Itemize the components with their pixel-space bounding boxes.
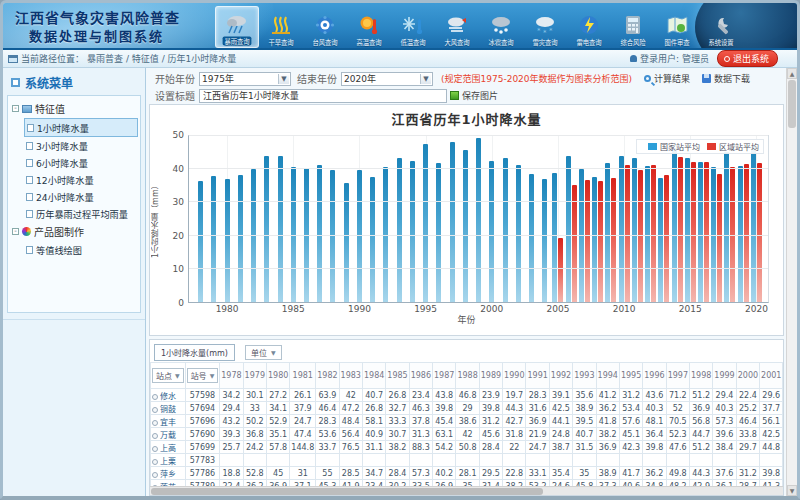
value-cell: 23.4 [409, 389, 432, 402]
lightning-icon [576, 13, 602, 37]
tree-item-12小时降水量[interactable]: 12小时降水量 [24, 171, 138, 188]
year-slot-2015: 2015 [684, 136, 697, 302]
value-cell [689, 454, 712, 467]
x-tick-label: 2005 [546, 304, 569, 314]
hscroll-thumb[interactable] [151, 488, 543, 495]
toolbar-item-high-temp[interactable]: 高温查询 [347, 6, 391, 48]
scroll-down-arrow[interactable]: ▼ [787, 485, 797, 496]
toolbar-item-snow[interactable]: ***雪灾查询 [523, 6, 567, 48]
folder-icon [22, 105, 32, 113]
toolbar-item-hail[interactable]: 冰雹查询 [479, 6, 523, 48]
end-year-select[interactable]: 2020年▼ [341, 72, 433, 86]
value-cell: 30.1 [243, 389, 266, 402]
bar-national-1997 [450, 142, 455, 302]
toolbar-item-settings[interactable]: 系统设置 [699, 6, 743, 48]
value-cell: 33 [243, 402, 266, 415]
toolbar-item-label: 雷电查询 [576, 38, 601, 47]
toolbar-item-low-temp[interactable]: 低温查询 [391, 6, 435, 48]
vscroll-thumb[interactable] [788, 80, 796, 128]
value-cell: 45.1 [619, 428, 642, 441]
toolbar-item-lightning[interactable]: 雷电查询 [567, 6, 611, 48]
value-cell: 37.7 [760, 402, 783, 415]
row-select-radio[interactable] [152, 472, 158, 478]
toolbar-item-wind[interactable]: 大风查询 [435, 6, 479, 48]
collapse-icon[interactable]: - [12, 228, 19, 235]
start-year-select[interactable]: 1975年▼ [199, 72, 291, 86]
tree-item-历年暴雨过程平均雨量[interactable]: 历年暴雨过程平均雨量 [24, 205, 138, 222]
station-id-column-filter[interactable]: 站号▼ [187, 368, 219, 383]
value-cell: 35 [573, 467, 596, 480]
year-slot-2006 [565, 136, 578, 302]
sidebar-title: 系统菜单 [3, 68, 145, 95]
bar-national-1996 [436, 163, 441, 302]
bar-national-2016 [698, 162, 703, 302]
tree-item-24小时降水量[interactable]: 24小时降水量 [24, 188, 138, 205]
row-select-radio[interactable] [152, 459, 158, 465]
toolbar-item-map-review[interactable]: 图件审查 [655, 6, 699, 48]
horizontal-scrollbar[interactable] [150, 486, 783, 495]
end-year-label: 结束年份 [297, 71, 337, 86]
bar-national-1988 [330, 170, 335, 302]
x-tick-label: 1985 [282, 304, 305, 314]
value-cell: 36.2 [596, 402, 619, 415]
year-slot-2018 [723, 136, 736, 302]
y-tick-label: 30 [173, 197, 184, 207]
toolbar-item-rainstorm[interactable]: 暴雨查询 [215, 6, 259, 48]
gridline [189, 235, 768, 236]
tree-group-1[interactable]: -产品图制作 [10, 222, 138, 241]
toolbar-item-label: 高温查询 [356, 38, 381, 47]
value-cell: 29.6 [760, 389, 783, 402]
row-select-radio[interactable] [152, 420, 158, 426]
logout-button[interactable]: 退出系统 [717, 50, 778, 67]
bar-regional-2015 [691, 162, 696, 302]
value-cell: 18.8 [220, 467, 243, 480]
value-cell [339, 454, 362, 467]
collapse-icon[interactable]: - [12, 105, 19, 112]
snow-icon: *** [532, 13, 558, 37]
row-select-radio[interactable] [152, 407, 158, 413]
page-icon [26, 142, 33, 150]
value-cell: 56.1 [760, 415, 783, 428]
tree-item-3小时降水量[interactable]: 3小时降水量 [24, 137, 138, 154]
value-cell: 45.6 [479, 428, 502, 441]
value-cell [573, 454, 596, 467]
year-slot-1988 [326, 136, 339, 302]
save-image-button[interactable]: 保存图片 [462, 89, 498, 102]
value-cell: 31.6 [526, 402, 549, 415]
tree-item-6小时降水量[interactable]: 6小时降水量 [24, 154, 138, 171]
toolbar-item-typhoon[interactable]: 台风查询 [303, 6, 347, 48]
value-cell: 54.2 [433, 441, 456, 454]
value-cell [220, 454, 243, 467]
bar-national-1984 [278, 156, 283, 302]
scroll-up-arrow[interactable]: ▲ [787, 68, 797, 79]
unit-tab[interactable]: 1小时降水量(mm) [154, 344, 235, 361]
row-select-radio[interactable] [152, 433, 158, 439]
tree-item-等值线绘图[interactable]: 等值线绘图 [24, 241, 138, 258]
station-id: 57699 [185, 441, 220, 454]
power-icon [724, 56, 730, 62]
toolbar-item-drought[interactable]: 干旱查询 [259, 6, 303, 48]
toolbar-item-risk-calc[interactable]: 综合风险 [611, 6, 655, 48]
row-select-radio[interactable] [152, 446, 158, 452]
year-column-header: 1981 [290, 363, 316, 389]
value-cell: 31.8 [503, 428, 526, 441]
tree-group-0[interactable]: -特征值 [10, 99, 138, 118]
value-cell: 44.1 [549, 415, 572, 428]
station-name: 万载 [160, 431, 176, 440]
value-cell: 29.5 [479, 467, 502, 480]
year-slot-1996 [432, 136, 445, 302]
unit-dropdown[interactable]: 单位▼ [245, 345, 282, 360]
tree-item-1小时降水量[interactable]: 1小时降水量 [24, 118, 138, 137]
calculate-button[interactable]: 计算结果 [644, 72, 690, 85]
row-select-radio[interactable] [152, 394, 158, 400]
chart-title-input[interactable] [199, 89, 447, 103]
download-button[interactable]: 数据下载 [702, 72, 750, 85]
station-column-filter[interactable]: 站点▼ [152, 368, 184, 383]
year-column-header: 1992 [549, 363, 572, 389]
breadcrumb[interactable]: 暴雨普查 / 特征值 / 历年1小时降水量 [87, 52, 236, 65]
vscroll-track[interactable] [787, 79, 797, 485]
value-cell: 36.9 [596, 441, 619, 454]
y-tick-label: 40 [173, 164, 184, 174]
year-column-header: 1993 [573, 363, 596, 389]
station-id: 57696 [185, 415, 220, 428]
